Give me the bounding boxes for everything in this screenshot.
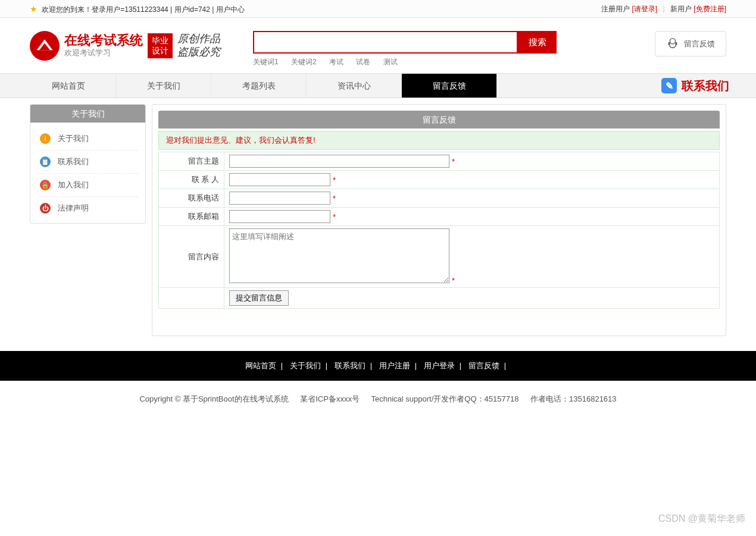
welcome-text[interactable]: 欢迎您的到来！登录用户=13511223344 | 用户id=742 | 用户中…	[42, 5, 244, 14]
label-subject: 留言主题	[159, 152, 224, 171]
footer-link[interactable]: 用户注册	[379, 361, 410, 370]
power-icon: ⏻	[40, 203, 51, 214]
search-block: 搜索 关键词1 关键词2 考试 试卷 测试	[253, 31, 557, 67]
required-mark: *	[333, 212, 336, 221]
pencil-icon: ✎	[661, 78, 677, 93]
keyword-link[interactable]: 关键词1	[253, 58, 279, 66]
logo[interactable]: 在线考试系统 欢迎考试学习 毕业设计 原创作品盗版必究	[30, 31, 220, 61]
copyright: Copyright © 基于SprintBoot的在线考试系统 某省ICP备xx…	[0, 381, 756, 428]
label-content: 留言内容	[159, 226, 224, 288]
site-subtitle: 欢迎考试学习	[64, 48, 143, 58]
divider: |	[663, 5, 665, 13]
footer-nav: 网站首页| 关于我们| 联系我们| 用户注册| 用户登录| 留言反馈|	[0, 351, 756, 381]
sidebar-item-about[interactable]: i 关于我们	[38, 127, 138, 151]
svg-point-0	[670, 39, 675, 44]
star-icon: ★	[30, 4, 38, 14]
headset-icon	[666, 36, 679, 51]
nav-home[interactable]: 网站首页	[21, 74, 116, 98]
nav-news[interactable]: 资讯中心	[307, 74, 402, 98]
keyword-link[interactable]: 试卷	[356, 58, 370, 66]
feedback-form: 留言主题 * 联 系 人 * 联系电话 * 联系邮箱 * 留言内容 * 提交留言…	[158, 152, 720, 309]
label-email: 联系邮箱	[159, 208, 224, 226]
submit-button[interactable]: 提交留言信息	[229, 290, 289, 306]
required-mark: *	[452, 157, 455, 166]
svg-rect-2	[676, 42, 677, 45]
calligraphy-text: 原创作品盗版必究	[177, 33, 220, 58]
search-input[interactable]	[253, 31, 518, 54]
header: 在线考试系统 欢迎考试学习 毕业设计 原创作品盗版必究 搜索 关键词1 关键词2…	[21, 18, 735, 73]
logo-icon	[30, 31, 60, 61]
sidebar-title: 关于我们	[30, 105, 145, 123]
login-link[interactable]: [请登录]	[632, 5, 658, 13]
keyword-link[interactable]: 考试	[329, 58, 343, 66]
tip-message: 迎对我们提出意见、建议，我们会认真答复!	[158, 131, 720, 150]
free-register-link[interactable]: [免费注册]	[693, 5, 726, 13]
topbar: ★ 欢迎您的到来！登录用户=13511223344 | 用户id=742 | 用…	[0, 0, 756, 18]
nav-feedback[interactable]: 留言反馈	[402, 74, 497, 98]
footer-link[interactable]: 用户登录	[424, 361, 455, 370]
sidebar: 关于我们 i 关于我们 📋 联系我们 🔒 加入我们 ⏻ 法律声明	[30, 104, 146, 224]
topbar-right: 注册用户 [请登录] | 新用户 [免费注册]	[601, 0, 726, 18]
subject-input[interactable]	[229, 155, 449, 168]
svg-rect-1	[668, 42, 670, 45]
keyword-link[interactable]: 测试	[383, 58, 398, 66]
panel-title: 留言反馈	[158, 111, 720, 128]
main: 关于我们 i 关于我们 📋 联系我们 🔒 加入我们 ⏻ 法律声明 留言反馈 迎对…	[21, 104, 735, 336]
footer-link[interactable]: 网站首页	[245, 361, 276, 370]
keyword-row: 关键词1 关键词2 考试 试卷 测试	[253, 57, 557, 67]
new-user-label: 新用户	[670, 5, 692, 13]
feedback-label: 留言反馈	[684, 39, 715, 49]
site-title: 在线考试系统	[64, 33, 143, 48]
required-mark: *	[452, 276, 455, 285]
sidebar-item-join[interactable]: 🔒 加入我们	[38, 174, 138, 197]
contact-label: 联系我们	[682, 78, 729, 94]
content-panel: 留言反馈 迎对我们提出意见、建议，我们会认真答复! 留言主题 * 联 系 人 *…	[152, 104, 726, 336]
keyword-link[interactable]: 关键词2	[291, 58, 317, 66]
graduation-badge: 毕业设计	[148, 33, 173, 58]
footer-link[interactable]: 关于我们	[290, 361, 321, 370]
sidebar-item-label: 法律声明	[58, 203, 89, 214]
contact-input[interactable]	[229, 173, 330, 186]
nav-about[interactable]: 关于我们	[116, 74, 211, 98]
content-textarea[interactable]	[229, 228, 449, 283]
clipboard-icon: 📋	[40, 156, 51, 167]
email-input[interactable]	[229, 210, 330, 223]
sidebar-item-contact[interactable]: 📋 联系我们	[38, 151, 138, 174]
label-phone: 联系电话	[159, 189, 224, 208]
feedback-button[interactable]: 留言反馈	[655, 31, 726, 57]
lock-icon: 🔒	[40, 180, 51, 190]
required-mark: *	[333, 194, 336, 203]
footer-link[interactable]: 留言反馈	[468, 361, 499, 370]
contact-us[interactable]: ✎ 联系我们	[661, 74, 735, 98]
info-icon: i	[40, 133, 51, 144]
search-button[interactable]: 搜索	[518, 31, 557, 54]
reg-user-label: 注册用户	[601, 5, 630, 13]
navbar: 网站首页 关于我们 考题列表 资讯中心 留言反馈 ✎ 联系我们	[0, 73, 756, 98]
nav-questions[interactable]: 考题列表	[211, 74, 307, 98]
required-mark: *	[333, 175, 336, 184]
sidebar-item-legal[interactable]: ⏻ 法律声明	[38, 197, 138, 220]
sidebar-item-label: 关于我们	[58, 133, 89, 144]
footer-link[interactable]: 联系我们	[335, 361, 365, 370]
sidebar-item-label: 加入我们	[58, 180, 89, 190]
phone-input[interactable]	[229, 192, 330, 205]
topbar-left: ★ 欢迎您的到来！登录用户=13511223344 | 用户id=742 | 用…	[30, 0, 245, 18]
label-contact: 联 系 人	[159, 171, 224, 189]
sidebar-item-label: 联系我们	[58, 156, 89, 167]
